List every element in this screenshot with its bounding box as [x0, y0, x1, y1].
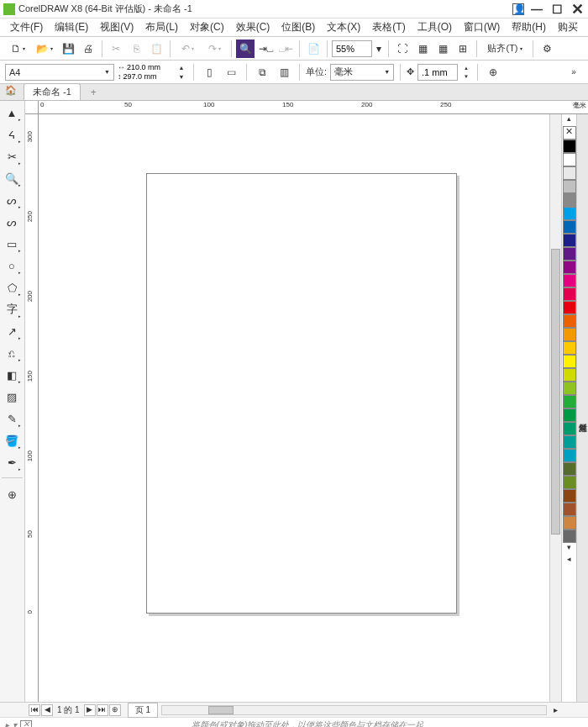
home-tab-icon[interactable]: 🏠	[5, 85, 22, 100]
page-next[interactable]: ▶	[84, 704, 96, 716]
eyedropper-tool[interactable]: ✎▸	[2, 408, 22, 429]
color-swatch[interactable]	[563, 301, 576, 314]
drop-shadow-tool[interactable]: ◧▸	[2, 365, 22, 385]
color-swatch[interactable]	[563, 368, 576, 382]
color-swatch-none[interactable]: ✕	[563, 126, 576, 140]
portrait-button[interactable]: ▯	[200, 63, 218, 82]
polygon-tool[interactable]: ⬠▸	[2, 277, 22, 298]
horizontal-ruler[interactable]: 0 50 100 150 200 250 毫米	[39, 101, 588, 114]
page-first[interactable]: ⏮	[29, 704, 40, 716]
color-swatch[interactable]	[563, 220, 576, 234]
drawing-canvas[interactable]	[39, 114, 549, 702]
options-button[interactable]: ⚙	[538, 40, 556, 58]
menu-edit[interactable]: 编辑(E)	[50, 18, 93, 36]
shape-tool[interactable]: ᔦ▸	[2, 124, 22, 145]
export-button[interactable]: ⎵⇤	[276, 40, 295, 58]
hint-nav-right[interactable]: ▸	[5, 720, 9, 727]
palette-down[interactable]: ▾	[562, 543, 576, 555]
page-prev[interactable]: ◀	[41, 704, 53, 716]
scroll-right[interactable]: ▸	[550, 705, 561, 714]
maximize-button[interactable]: ☐	[549, 3, 564, 16]
copy-button[interactable]: ⎘	[127, 40, 145, 58]
transparency-tool[interactable]: ▨	[2, 387, 22, 407]
menu-buy[interactable]: 购买	[553, 18, 583, 36]
color-swatch[interactable]	[563, 180, 576, 193]
ellipse-tool[interactable]: ○▸	[2, 256, 22, 276]
menu-table[interactable]: 表格(T)	[367, 18, 410, 36]
menu-view[interactable]: 视图(V)	[95, 18, 139, 36]
color-swatch[interactable]	[563, 153, 576, 166]
width-spinner-down[interactable]: ▼	[176, 72, 187, 82]
horizontal-scrollbar[interactable]	[161, 705, 547, 715]
ruler-origin[interactable]	[25, 101, 39, 114]
document-tab[interactable]: 未命名 -1	[24, 83, 81, 100]
color-swatch[interactable]	[563, 516, 576, 529]
menu-effects[interactable]: 效果(C)	[231, 18, 276, 36]
crop-tool[interactable]: ✂▸	[2, 146, 22, 166]
new-button[interactable]: 🗋▾	[5, 40, 30, 58]
hint-nav-down[interactable]: ▾	[13, 720, 17, 727]
page-last[interactable]: ⏭	[97, 704, 108, 716]
hscroll-thumb[interactable]	[208, 706, 234, 714]
import-button[interactable]: ⇥⎵	[256, 40, 275, 58]
color-swatch[interactable]	[563, 140, 576, 153]
menu-tools[interactable]: 工具(O)	[412, 18, 457, 36]
menu-layout[interactable]: 布局(L)	[140, 18, 183, 36]
freehand-tool[interactable]: ᔕ▸	[2, 190, 22, 210]
nudge-input[interactable]	[417, 64, 458, 81]
docker-tab[interactable]: 对象属性	[576, 114, 588, 702]
menu-object[interactable]: 对象(C)	[185, 18, 229, 36]
menu-window[interactable]: 窗口(W)	[459, 18, 505, 36]
zoom-tool[interactable]: 🔍▸	[2, 168, 22, 188]
nudge-up[interactable]: ▲	[461, 64, 471, 72]
unit-combo[interactable]: 毫米▼	[330, 64, 394, 81]
search-button[interactable]: 🔍	[236, 40, 255, 58]
menu-file[interactable]: 文件(F)	[5, 18, 48, 36]
page-add[interactable]: ⊕	[109, 704, 121, 716]
add-tab-button[interactable]: +	[82, 85, 105, 100]
color-swatch[interactable]	[563, 449, 576, 462]
color-swatch[interactable]	[563, 382, 576, 395]
print-button[interactable]: 🖨	[79, 40, 97, 58]
undo-button[interactable]: ↶▾	[175, 40, 200, 58]
paste-button[interactable]: 📋	[147, 40, 165, 58]
palette-up[interactable]: ▴	[562, 114, 576, 126]
color-swatch[interactable]	[563, 529, 576, 543]
color-swatch[interactable]	[563, 247, 576, 261]
parallel-dim-tool[interactable]: ↗▸	[2, 321, 22, 341]
connector-tool[interactable]: ⎌▸	[2, 343, 22, 363]
toolbar-overflow[interactable]: »	[564, 63, 583, 82]
outline-tool[interactable]: ✒▸	[2, 452, 22, 472]
menu-text[interactable]: 文本(X)	[322, 18, 365, 36]
color-swatch[interactable]	[563, 435, 576, 449]
current-page-button[interactable]: ▥	[275, 63, 293, 82]
color-swatch[interactable]	[563, 234, 576, 247]
text-tool[interactable]: 字▸	[2, 299, 22, 319]
color-swatch[interactable]	[563, 489, 576, 503]
open-button[interactable]: 📂▾	[32, 40, 57, 58]
vertical-scrollbar[interactable]	[549, 114, 561, 702]
width-spinner-up[interactable]: ▲	[176, 63, 187, 72]
artistic-media-tool[interactable]: ᔕ	[2, 212, 22, 232]
account-icon[interactable]: 👤	[512, 3, 524, 15]
color-swatch[interactable]	[563, 476, 576, 489]
color-swatch[interactable]	[563, 328, 576, 341]
paper-size-combo[interactable]: A4▼	[5, 64, 114, 81]
guides-button[interactable]: ⊞	[454, 40, 472, 58]
color-swatch[interactable]	[563, 166, 576, 180]
color-swatch[interactable]	[563, 355, 576, 368]
color-swatch[interactable]	[563, 462, 576, 476]
zoom-dropdown[interactable]: ▾	[374, 40, 384, 58]
minimize-button[interactable]: —	[529, 3, 544, 16]
page-tab[interactable]: 页 1	[128, 703, 158, 718]
zoom-level-input[interactable]	[332, 40, 372, 57]
color-swatch[interactable]	[563, 503, 576, 516]
menu-bitmap[interactable]: 位图(B)	[276, 18, 320, 36]
nudge-down[interactable]: ▼	[461, 72, 471, 81]
palette-flyout[interactable]: ◂	[562, 555, 576, 566]
duplicate-distance-button[interactable]: ⊕	[484, 63, 502, 82]
toolbox-customize[interactable]: ⊕	[2, 484, 22, 504]
color-swatch[interactable]	[563, 395, 576, 408]
redo-button[interactable]: ↷▾	[202, 40, 227, 58]
pick-tool[interactable]: ▲▸	[2, 103, 22, 123]
